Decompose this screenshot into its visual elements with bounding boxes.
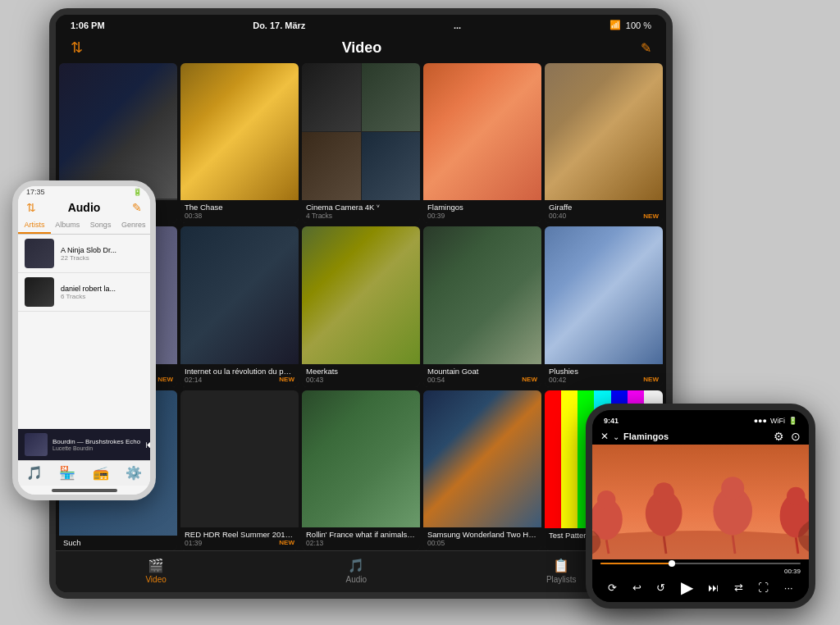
tab-artists[interactable]: Artists — [18, 217, 51, 234]
artist-name: daniel robert la... — [61, 285, 144, 293]
artist-tracks: 22 Tracks — [61, 254, 144, 262]
tab-music-icon[interactable]: 🎵 — [26, 465, 43, 481]
iphone-large-screen: 9:41 ●●● WiFi 🔋 ✕ ⌄ Flamingos ⚙ ⊙ — [592, 410, 809, 602]
ipad-date: Do. 17. März — [253, 21, 305, 30]
video-player-statusbar: 9:41 ●●● WiFi 🔋 — [592, 410, 809, 428]
svg-point-6 — [654, 482, 674, 503]
video-title: Samsung Wonderland Two HDR UHD 4K Demo..… — [427, 530, 537, 539]
battery-icon: 🔋 — [133, 188, 142, 196]
page-title: Video — [342, 39, 382, 57]
play-button[interactable]: ▶ — [681, 577, 693, 597]
ipad-status-right: 📶 100 % — [609, 20, 651, 30]
audio-title: Audio — [68, 201, 101, 214]
shuffle-icon[interactable]: ⇄ — [734, 582, 743, 594]
video-item-flamingos[interactable]: Flamingos 00:39 — [423, 63, 541, 223]
ipad-status-bar: 1:06 PM Do. 17. März ... 📶 100 % — [56, 15, 666, 35]
ipad-time: 1:06 PM — [71, 21, 105, 30]
playback-controls: ⏮ ▶ ⏭ — [145, 439, 150, 450]
video-title: Such — [63, 538, 173, 547]
now-playing-thumb — [25, 433, 48, 456]
video-title: Flamingos — [427, 203, 537, 212]
tab-albums[interactable]: Albums — [51, 217, 84, 234]
video-item-meerkats[interactable]: Meerkats 00:43 — [302, 226, 420, 386]
restart-icon[interactable]: ⟳ — [608, 582, 617, 594]
tab-playlists[interactable]: 📋 Playlists — [546, 558, 577, 584]
iphone-small-header: ⇅ Audio ✎ — [18, 198, 150, 217]
battery-label: 100 % — [626, 21, 651, 30]
sort-icon[interactable]: ⇅ — [26, 201, 36, 214]
airplay-icon[interactable]: ⊙ — [791, 430, 801, 443]
video-controls: 00:39 ⟳ ↩ ↺ ▶ ⏭ ⇄ ⛶ ··· — [592, 559, 809, 602]
video-title: Rollin' France what if animals were roun… — [306, 530, 416, 539]
artist-tracks: 6 Tracks — [61, 293, 144, 300]
artist-name: A Ninja Slob Dr... — [61, 246, 144, 254]
ipad-dots: ... — [454, 21, 461, 30]
more-icon[interactable]: ··· — [784, 582, 793, 594]
video-content — [592, 445, 809, 559]
home-indicator — [52, 489, 117, 492]
video-item-red-hdr[interactable]: RED HDR Reel Summer 2018 Shot on RED PiW… — [180, 390, 299, 550]
artist-list: A Ninja Slob Dr... 22 Tracks daniel robe… — [18, 235, 150, 429]
video-item-cinema[interactable]: Cinema Camera 4K ᵛ 4 Tracks — [302, 63, 420, 223]
fast-forward-icon[interactable]: ⏭ — [708, 582, 719, 594]
artist-item-ninja[interactable]: A Ninja Slob Dr... 22 Tracks — [18, 235, 150, 273]
video-player-title: Flamingos — [623, 431, 669, 441]
wifi-icon: 📶 — [609, 20, 621, 30]
fullscreen-icon[interactable]: ⛶ — [758, 582, 769, 594]
iphone-large-device: 9:41 ●●● WiFi 🔋 ✕ ⌄ Flamingos ⚙ ⊙ — [586, 404, 815, 609]
progress-thumb[interactable] — [669, 560, 675, 567]
tab-video[interactable]: 🎬 Video — [145, 558, 166, 584]
rewind-icon[interactable]: ↺ — [656, 582, 665, 594]
audio-tab-icon: 🎵 — [348, 558, 364, 573]
svg-point-1 — [592, 531, 809, 559]
video-tab-icon: 🎬 — [148, 558, 164, 573]
time-display: 00:39 — [600, 568, 801, 575]
video-item-giraffe[interactable]: Giraffe 00:40 NEW — [545, 63, 663, 223]
signal-icon: ●●● — [754, 417, 767, 425]
playlists-tab-icon: 📋 — [553, 558, 569, 573]
chevron-down-icon[interactable]: ⌄ — [613, 432, 619, 441]
skip-back-icon[interactable]: ↩ — [632, 582, 641, 594]
video-item-samsung[interactable]: Samsung Wonderland Two HDR UHD 4K Demo..… — [423, 390, 541, 550]
topbar-right: ⚙ ⊙ — [774, 430, 801, 443]
tab-store-icon[interactable]: 🏪 — [59, 465, 75, 481]
svg-point-12 — [787, 487, 805, 505]
wifi-icon: WiFi — [770, 417, 785, 425]
sort-icon[interactable]: ⇅ — [71, 39, 83, 57]
video-item-internet[interactable]: Internet ou la révolution du partage 02:… — [180, 226, 299, 386]
svg-point-3 — [597, 490, 615, 509]
edit-icon[interactable]: ✎ — [641, 40, 651, 56]
video-title: Plushies — [549, 367, 659, 376]
artist-item-daniel[interactable]: daniel robert la... 6 Tracks — [18, 273, 150, 312]
artist-thumb — [25, 277, 54, 307]
tab-genres[interactable]: Genres — [117, 217, 150, 234]
iphone-small-screen: 17:35 🔋 ⇅ Audio ✎ Artists Albums Songs G… — [18, 186, 150, 495]
video-item-mountain-goat[interactable]: Mountain Goat 00:54 NEW — [423, 226, 541, 386]
video-title: The Chase — [185, 203, 294, 212]
video-title: RED HDR Reel Summer 2018 Shot on RED PiW… — [185, 530, 294, 539]
close-button[interactable]: ✕ — [600, 431, 609, 442]
video-title: Giraffe — [549, 203, 659, 212]
video-title: Internet ou la révolution du partage — [185, 367, 294, 376]
settings-icon[interactable]: ⚙ — [774, 430, 784, 443]
iphone-small-status-bar: 17:35 🔋 — [18, 186, 150, 198]
progress-fill — [600, 563, 670, 564]
video-player-topbar: ✕ ⌄ Flamingos ⚙ ⊙ — [592, 428, 809, 445]
video-item-plushies[interactable]: Plushies 00:42 NEW — [545, 226, 663, 386]
prev-icon[interactable]: ⏮ — [145, 439, 150, 450]
video-item-chase[interactable]: The Chase 00:38 — [180, 63, 299, 223]
now-playing-info: Bourdin — Brushstrokes Echo Lucette Bour… — [52, 438, 140, 451]
now-playing-bar[interactable]: Bourdin — Brushstrokes Echo Lucette Bour… — [18, 429, 150, 460]
tab-songs[interactable]: Songs — [84, 217, 117, 234]
iphone-small-tabbar: 🎵 🏪 📻 ⚙️ — [18, 460, 150, 486]
tab-audio[interactable]: 🎵 Audio — [346, 558, 368, 584]
artist-info: daniel robert la... 6 Tracks — [61, 285, 144, 300]
progress-bar[interactable] — [600, 563, 801, 564]
tab-settings-icon[interactable]: ⚙️ — [126, 465, 142, 481]
ipad-header: ⇅ Video ✎ — [56, 35, 666, 63]
artist-thumb — [25, 239, 54, 268]
tab-radio-icon[interactable]: 📻 — [93, 465, 109, 481]
edit-icon[interactable]: ✎ — [132, 201, 142, 214]
video-item-rollin[interactable]: Rollin' France what if animals were roun… — [302, 390, 420, 550]
video-title: Cinema Camera 4K ᵛ — [306, 203, 416, 212]
